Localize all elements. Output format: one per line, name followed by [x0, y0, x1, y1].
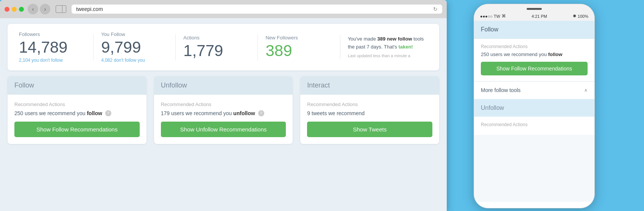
- unfollow-section-label: Recommended Actions: [161, 102, 286, 107]
- phone-unfollow-body: Recommended Actions: [474, 117, 594, 135]
- phone-content: Follow Recommended Actions 250 users we …: [474, 21, 594, 202]
- stat-new-followers: New Followers 389: [265, 35, 340, 59]
- stat-updated: Last updated less than a minute a: [348, 53, 428, 59]
- phone-mockup: ●●●○○ TW ⌘ 4:21 PM ✱ 100% Follow Recomme…: [462, 0, 644, 211]
- followers-sub: 2,104 you don't follow: [19, 58, 86, 63]
- follow-card-header: Follow: [8, 76, 147, 95]
- unfollow-recommend-text: 179 users we recommend you unfollow ?: [161, 110, 286, 116]
- phone-show-follow-button[interactable]: Show Follow Recommendations: [481, 62, 588, 75]
- forward-button[interactable]: ›: [40, 4, 50, 14]
- minimize-button[interactable]: [12, 7, 17, 12]
- back-button[interactable]: ‹: [28, 4, 38, 14]
- stat-divider-1: [93, 34, 94, 61]
- phone-unfollow-label: Unfollow: [481, 105, 504, 111]
- phone-device: ●●●○○ TW ⌘ 4:21 PM ✱ 100% Follow Recomme…: [474, 4, 595, 208]
- you-follow-label: You Follow: [101, 31, 168, 37]
- new-followers-value: 389: [265, 42, 332, 59]
- close-button[interactable]: [5, 7, 9, 12]
- actions-value: 1,779: [183, 42, 250, 59]
- phone-time: 4:21 PM: [532, 14, 547, 19]
- stat-notification: You've made 389 new follow tools the pas…: [340, 35, 428, 59]
- url-text: tweepi.com: [76, 6, 103, 12]
- follow-recommend-text: 250 users we recommend you follow ?: [14, 110, 140, 116]
- interact-card-body: Recommended Actions 9 tweets we recommen…: [300, 95, 439, 144]
- unfollow-card-body: Recommended Actions 179 users we recomme…: [154, 95, 293, 144]
- followers-value: 14,789: [19, 39, 86, 56]
- unfollow-card-header: Unfollow: [154, 76, 293, 95]
- sidebar-icon: [59, 6, 62, 13]
- phone-follow-section: Recommended Actions 250 users we recomme…: [474, 39, 594, 81]
- window-controls: [5, 7, 24, 12]
- interact-recommend-text: 9 tweets we recommend: [307, 110, 432, 116]
- phone-bluetooth-icon: ✱: [573, 14, 576, 19]
- phone-unfollow-nav[interactable]: Unfollow: [474, 99, 594, 117]
- follow-card: Follow Recommended Actions 250 users we …: [8, 76, 147, 144]
- phone-status-left: ●●●○○ TW ⌘: [480, 14, 506, 19]
- actions-label: Actions: [183, 35, 250, 41]
- chevron-up-icon: ∧: [584, 88, 588, 93]
- phone-unfollow-section-label: Recommended Actions: [481, 122, 588, 127]
- new-followers-label: New Followers: [265, 35, 332, 41]
- show-tweets-button[interactable]: Show Tweets: [307, 122, 432, 137]
- stat-divider-2: [175, 34, 176, 61]
- phone-status-right: ✱ 100%: [573, 14, 588, 19]
- address-bar[interactable]: tweepi.com ↻: [72, 5, 442, 14]
- sidebar-toggle[interactable]: [56, 5, 66, 13]
- browser-window: ‹ › tweepi.com ↻ Followers 14,789 2,104 …: [0, 0, 447, 211]
- notification-text: You've made 389 new follow tools the pas…: [348, 35, 428, 51]
- phone-wifi-icon: ⌘: [502, 14, 506, 19]
- stat-followers: Followers 14,789 2,104 you don't follow: [19, 31, 93, 63]
- interact-section-label: Recommended Actions: [307, 102, 432, 107]
- phone-follow-label: Follow: [481, 26, 498, 33]
- you-follow-value: 9,799: [101, 39, 168, 56]
- phone-follow-nav[interactable]: Follow: [474, 21, 594, 39]
- stat-you-follow: You Follow 9,799 4,082 don't follow you: [101, 31, 175, 63]
- you-follow-sub: 4,082 don't follow you: [101, 58, 168, 63]
- show-unfollow-recommendations-button[interactable]: Show Unfollow Recommendations: [161, 122, 286, 137]
- phone-carrier: ●●●○○ TW: [480, 14, 500, 19]
- phone-recommend-text: 250 users we recommend you follow: [481, 52, 588, 57]
- show-follow-recommendations-button[interactable]: Show Follow Recommendations: [14, 122, 140, 137]
- interact-card-header: Interact: [300, 76, 439, 95]
- stats-bar: Followers 14,789 2,104 you don't follow …: [8, 24, 439, 70]
- unfollow-help-icon[interactable]: ?: [258, 110, 264, 116]
- browser-titlebar: ‹ › tweepi.com ↻: [0, 0, 447, 18]
- followers-label: Followers: [19, 31, 86, 37]
- cards-row: Follow Recommended Actions 250 users we …: [0, 76, 447, 144]
- phone-speaker: [527, 8, 542, 10]
- follow-help-icon[interactable]: ?: [105, 110, 111, 116]
- maximize-button[interactable]: [19, 7, 24, 12]
- browser-content: Followers 14,789 2,104 you don't follow …: [0, 18, 447, 211]
- unfollow-card: Unfollow Recommended Actions 179 users w…: [154, 76, 293, 144]
- refresh-icon[interactable]: ↻: [433, 6, 438, 12]
- phone-battery: 100%: [578, 14, 588, 19]
- phone-recommended-label: Recommended Actions: [481, 44, 588, 49]
- phone-status-bar: ●●●○○ TW ⌘ 4:21 PM ✱ 100%: [474, 11, 594, 21]
- stat-divider-3: [257, 34, 258, 61]
- nav-buttons: ‹ ›: [28, 4, 50, 14]
- follow-section-label: Recommended Actions: [14, 102, 140, 107]
- phone-more-tools-label: More follow tools: [481, 87, 521, 93]
- phone-top-bar: ●●●○○ TW ⌘ 4:21 PM ✱ 100%: [474, 4, 594, 21]
- interact-card: Interact Recommended Actions 9 tweets we…: [300, 76, 439, 144]
- follow-card-body: Recommended Actions 250 users we recomme…: [8, 95, 147, 144]
- phone-more-tools[interactable]: More follow tools ∧: [474, 81, 594, 98]
- stat-actions: Actions 1,779: [183, 35, 257, 59]
